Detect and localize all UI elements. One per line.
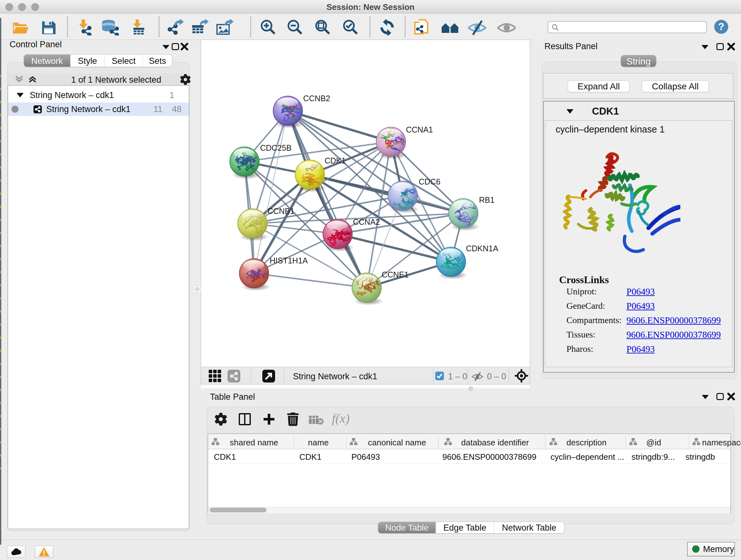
svg-text:CDKN1A: CDKN1A: [466, 244, 498, 253]
svg-text:HIST1H1A: HIST1H1A: [270, 256, 308, 265]
svg-text:CCNB1: CCNB1: [267, 206, 294, 215]
svg-text:CDK1: CDK1: [325, 156, 346, 165]
svg-text:CCNB2: CCNB2: [303, 94, 330, 103]
svg-text:CDC6: CDC6: [419, 177, 441, 186]
svg-text:RB1: RB1: [479, 195, 495, 204]
svg-text:CCNA2: CCNA2: [353, 217, 380, 226]
svg-text:CDC25B: CDC25B: [260, 143, 292, 152]
svg-text:CCNE1: CCNE1: [382, 270, 409, 279]
svg-text:CCNA1: CCNA1: [406, 125, 433, 134]
